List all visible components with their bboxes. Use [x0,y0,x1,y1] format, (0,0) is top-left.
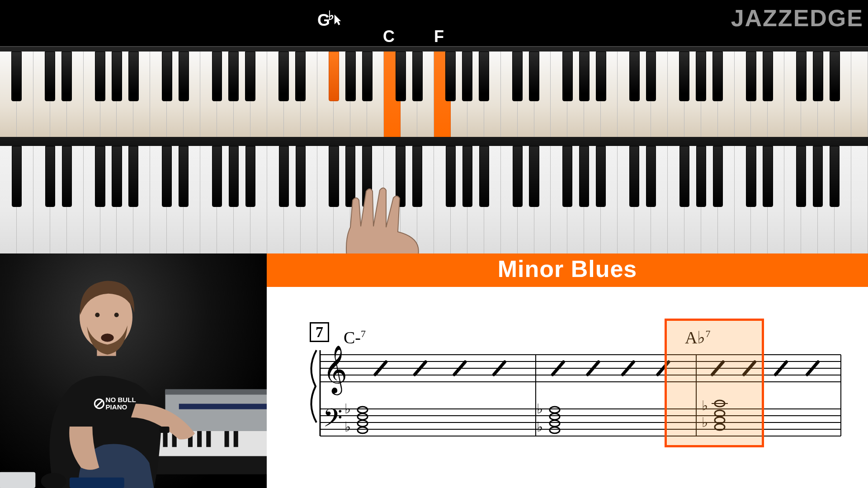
black-key [179,146,189,207]
black-key [278,52,289,101]
shirt-logo-line2: PIANO [106,403,127,411]
black-key [362,146,372,207]
svg-point-56 [358,420,368,427]
black-key [746,146,756,207]
black-key [446,146,456,207]
black-key [712,52,723,101]
black-key [345,146,355,207]
svg-rect-8 [197,431,202,447]
black-key [813,146,823,207]
svg-text:𝄞: 𝄞 [323,346,347,395]
svg-text:♭: ♭ [344,401,351,416]
black-key [412,146,422,207]
black-key [362,52,373,101]
black-key [445,52,456,101]
black-key [596,146,606,207]
real-keyboard-camera [0,137,868,253]
black-key [45,52,55,101]
black-key [229,146,239,207]
virtual-keyboard [0,47,868,137]
black-key [479,52,489,101]
svg-text:♭: ♭ [344,419,351,434]
svg-point-18 [114,313,119,317]
cursor-icon [334,14,342,26]
black-key [562,52,573,101]
black-key [796,52,807,101]
black-key [830,146,840,207]
black-key [128,146,138,207]
svg-rect-13 [159,427,169,433]
black-key [11,52,22,101]
instructor-camera: NO BULL PIANO [0,253,267,488]
black-key [245,52,255,101]
svg-rect-23 [70,478,124,488]
svg-point-60 [550,407,560,413]
black-key [162,52,172,101]
black-key [696,146,706,207]
note-label-f: F [434,27,444,46]
black-key [579,52,590,101]
black-key [763,146,773,207]
black-key [462,52,472,101]
black-key [112,146,122,207]
svg-point-54 [358,407,368,413]
black-key [529,52,539,101]
black-key [830,52,840,101]
svg-rect-12 [149,456,267,474]
bottom-row: NO BULL PIANO Minor Blues 7 C-7 A♭7 [0,253,868,488]
black-key [396,52,406,101]
black-key [95,52,105,101]
black-key [796,146,806,207]
note-label-c: C [383,27,395,46]
black-key [629,52,640,101]
black-key [212,52,222,101]
black-key [529,146,539,207]
score-body: 7 C-7 A♭7 [267,287,868,488]
shirt-logo-line1: NO BULL [106,396,136,404]
black-key [763,52,773,101]
svg-point-61 [550,413,560,420]
black-key [813,52,823,101]
note-label-gflat: G [317,8,334,30]
black-key [396,146,406,207]
svg-rect-1 [165,389,267,394]
black-key [679,146,689,207]
black-key [61,52,72,101]
black-key [279,146,289,207]
black-key [746,52,756,101]
score-panel: Minor Blues 7 C-7 A♭7 [267,253,868,488]
black-key [596,52,606,101]
black-key [512,52,523,101]
svg-rect-21 [0,472,35,488]
black-key [679,52,689,101]
black-key [696,52,706,101]
highlighted-measure [665,319,764,447]
svg-rect-10 [225,431,229,447]
black-key [646,52,656,101]
black-key [112,52,122,101]
svg-text:♭: ♭ [537,419,543,434]
black-key [713,146,723,207]
black-key [12,146,22,207]
grand-staff: 𝄞 𝄢 ♭ ♭ [303,319,845,454]
chord-symbol-1: C-7 [344,328,366,347]
black-key [296,146,306,207]
svg-rect-9 [206,431,211,447]
black-key [646,146,656,207]
black-key [479,146,489,207]
black-key [513,146,523,207]
svg-text:𝄢: 𝄢 [323,404,343,438]
black-key [295,52,306,101]
black-key [329,146,339,207]
black-key [579,146,589,207]
svg-rect-5 [163,431,168,447]
black-key [345,52,356,101]
black-key [462,146,472,207]
svg-point-55 [358,413,368,420]
svg-text:♭: ♭ [537,401,543,416]
black-key [329,52,339,101]
svg-point-63 [550,427,560,433]
black-key [412,52,423,101]
rehearsal-mark: 7 [310,322,329,342]
black-key [162,146,172,207]
